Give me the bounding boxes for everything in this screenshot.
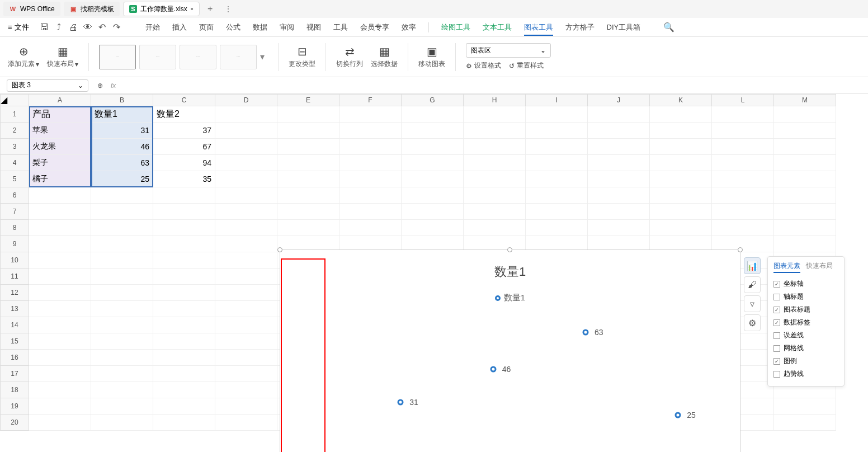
cell-C19[interactable]	[153, 398, 215, 415]
row-head-17[interactable]: 17	[0, 366, 29, 382]
row-head-12[interactable]: 12	[0, 285, 29, 301]
resize-handle[interactable]	[738, 247, 743, 252]
cell-A7[interactable]	[29, 204, 91, 220]
cell-E7[interactable]	[277, 204, 339, 220]
row-head-1[interactable]: 1	[0, 106, 29, 123]
cell-H4[interactable]	[464, 155, 526, 171]
cell-A2[interactable]: 苹果	[29, 123, 91, 139]
cell-M7[interactable]	[774, 204, 836, 220]
add-tab-button[interactable]: +	[203, 2, 218, 16]
cell-D4[interactable]	[215, 155, 277, 171]
cell-J7[interactable]	[588, 204, 650, 220]
resize-handle[interactable]	[277, 247, 282, 252]
cell-A12[interactable]	[29, 285, 91, 301]
tab-menu-button[interactable]: ⋮	[221, 2, 235, 16]
row-head-9[interactable]: 9	[0, 236, 29, 252]
style-thumb-4[interactable]: ···	[220, 45, 257, 69]
cell-D12[interactable]	[215, 285, 277, 301]
cell-G2[interactable]	[402, 123, 464, 139]
cell-A20[interactable]	[29, 415, 91, 431]
cell-G5[interactable]	[402, 171, 464, 187]
cell-D7[interactable]	[215, 204, 277, 220]
cell-H7[interactable]	[464, 204, 526, 220]
cell-K1[interactable]	[650, 106, 712, 123]
cell-A18[interactable]	[29, 382, 91, 398]
menu-data[interactable]: 数据	[253, 22, 267, 32]
cell-K4[interactable]	[650, 155, 712, 171]
cell-C17[interactable]	[153, 366, 215, 382]
cell-B16[interactable]	[91, 350, 153, 366]
row-head-5[interactable]: 5	[0, 171, 29, 187]
checkbox-error-bar[interactable]	[773, 332, 780, 339]
row-head-19[interactable]: 19	[0, 398, 29, 415]
cell-L7[interactable]	[712, 204, 774, 220]
row-head-2[interactable]: 2	[0, 123, 29, 139]
cell-I6[interactable]	[526, 187, 588, 204]
checkbox-legend[interactable]: ✓	[773, 358, 780, 365]
cell-G4[interactable]	[402, 155, 464, 171]
chart-style-button[interactable]: 🖌	[744, 276, 761, 293]
cell-A3[interactable]: 火龙果	[29, 139, 91, 155]
checkbox-grid[interactable]	[773, 345, 780, 352]
cell-B18[interactable]	[91, 382, 153, 398]
style-thumb-2[interactable]: ···	[139, 45, 176, 69]
chart-object[interactable]: 数量1 数量1 00.511.522.533.544.531466325	[280, 249, 740, 452]
cell-D1[interactable]	[215, 106, 277, 123]
cell-D11[interactable]	[215, 269, 277, 285]
cell-I7[interactable]	[526, 204, 588, 220]
col-head-G[interactable]: G	[402, 94, 464, 106]
add-element-button[interactable]: ⊕添加元素 ▾	[8, 40, 39, 74]
cell-D9[interactable]	[215, 236, 277, 252]
col-head-D[interactable]: D	[215, 94, 277, 106]
cell-M1[interactable]	[774, 106, 836, 123]
cell-D3[interactable]	[215, 139, 277, 155]
col-head-E[interactable]: E	[277, 94, 339, 106]
cell-I5[interactable]	[526, 171, 588, 187]
col-head-J[interactable]: J	[588, 94, 650, 106]
cell-C6[interactable]	[153, 187, 215, 204]
style-thumb-3[interactable]: ···	[180, 45, 216, 69]
data-point[interactable]	[675, 412, 681, 418]
row-head-18[interactable]: 18	[0, 382, 29, 398]
cell-A11[interactable]	[29, 269, 91, 285]
change-type-button[interactable]: ⊟更改类型	[289, 40, 315, 74]
data-point[interactable]	[583, 329, 589, 336]
cell-K6[interactable]	[650, 187, 712, 204]
cell-D13[interactable]	[215, 301, 277, 317]
set-format-button[interactable]: ⚙设置格式	[466, 61, 501, 70]
cell-F8[interactable]	[339, 220, 402, 236]
cell-C16[interactable]	[153, 350, 215, 366]
panel-tab-quick[interactable]: 快速布局	[806, 261, 833, 273]
cell-F6[interactable]	[339, 187, 402, 204]
cell-I1[interactable]	[526, 106, 588, 123]
cell-M9[interactable]	[774, 236, 836, 252]
redo-icon[interactable]: ↷	[112, 22, 122, 32]
tab-rice[interactable]: ▣找稻壳模板	[64, 2, 120, 16]
cell-F2[interactable]	[339, 123, 402, 139]
style-thumb-1[interactable]: ···	[99, 45, 136, 69]
cell-H3[interactable]	[464, 139, 526, 155]
data-point[interactable]	[398, 399, 404, 405]
menu-efficiency[interactable]: 效率	[402, 22, 416, 32]
cell-A1[interactable]: 产品	[29, 106, 91, 123]
cell-G3[interactable]	[402, 139, 464, 155]
cell-F1[interactable]	[339, 106, 402, 123]
cell-L5[interactable]	[712, 171, 774, 187]
cell-E6[interactable]	[277, 187, 339, 204]
panel-tab-elements[interactable]: 图表元素	[773, 261, 800, 273]
cell-K8[interactable]	[650, 220, 712, 236]
cell-A17[interactable]	[29, 366, 91, 382]
cell-K3[interactable]	[650, 139, 712, 155]
cell-A9[interactable]	[29, 236, 91, 252]
cell-L4[interactable]	[712, 155, 774, 171]
undo-icon[interactable]: ↶	[97, 22, 107, 32]
cell-L8[interactable]	[712, 220, 774, 236]
cell-A4[interactable]: 梨子	[29, 155, 91, 171]
cell-K5[interactable]	[650, 171, 712, 187]
cell-B5[interactable]: 25	[91, 171, 153, 187]
cell-D5[interactable]	[215, 171, 277, 187]
col-head-I[interactable]: I	[526, 94, 588, 106]
export-icon[interactable]: ⤴	[54, 22, 64, 32]
cell-E1[interactable]	[277, 106, 339, 123]
cell-B13[interactable]	[91, 301, 153, 317]
